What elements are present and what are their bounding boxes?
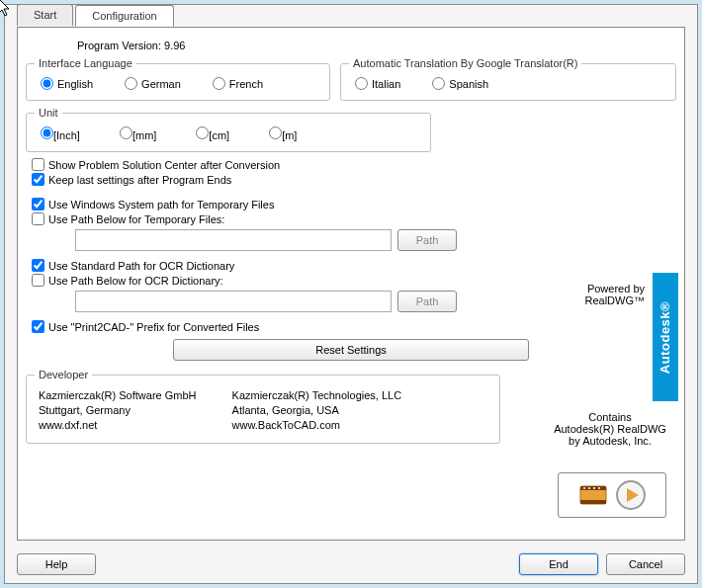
label-spanish: Spanish bbox=[449, 78, 488, 90]
radio-french[interactable]: French bbox=[213, 77, 263, 90]
temp-path-button[interactable]: Path bbox=[397, 229, 457, 251]
contains-l1: Contains bbox=[546, 411, 674, 423]
cancel-button[interactable]: Cancel bbox=[606, 553, 685, 575]
auto-translation-group: Automatic Translation By Google Translat… bbox=[340, 57, 676, 101]
contains-text: Contains Autodesk(R) RealDWG by Autodesk… bbox=[546, 411, 674, 447]
chk-problem-center[interactable] bbox=[32, 158, 44, 171]
radio-m[interactable]: [m] bbox=[269, 126, 297, 141]
help-button[interactable]: Help bbox=[17, 553, 96, 575]
label-stdocr: Use Standard Path for OCR Dictionary bbox=[48, 260, 234, 272]
chk-below-ocr[interactable] bbox=[32, 274, 44, 287]
powered-l2: RealDWG™ bbox=[584, 294, 645, 306]
radio-cm[interactable]: [cm] bbox=[196, 126, 229, 141]
dev-r3: www.BackToCAD.com bbox=[232, 418, 402, 433]
svg-point-6 bbox=[598, 487, 600, 489]
play-icon bbox=[615, 479, 647, 511]
svg-rect-2 bbox=[580, 500, 606, 504]
bottom-bar: Help End Cancel bbox=[17, 553, 685, 575]
dev-l2: Stuttgart, Germany bbox=[39, 403, 197, 418]
unit-legend: Unit bbox=[35, 107, 62, 119]
label-m: [m] bbox=[282, 129, 297, 141]
auto-legend: Automatic Translation By Google Translat… bbox=[349, 57, 581, 69]
temp-path-input[interactable] bbox=[75, 229, 392, 251]
label-wintmp: Use Windows System path for Temporary Fi… bbox=[48, 199, 274, 210]
label-belowtmp: Use Path Below for Temporary Files: bbox=[48, 213, 224, 225]
program-version: Program Version: 9.96 bbox=[77, 40, 676, 51]
label-inch: [Inch] bbox=[53, 129, 80, 141]
chk-prefix[interactable] bbox=[32, 320, 44, 333]
chk-std-ocr[interactable] bbox=[32, 259, 44, 272]
radio-inch[interactable]: [Inch] bbox=[41, 126, 80, 141]
label-belowocr: Use Path Below for OCR Dictionary: bbox=[48, 275, 223, 287]
svg-point-4 bbox=[588, 487, 590, 489]
powered-by: Powered by RealDWG™ bbox=[584, 283, 645, 306]
film-icon bbox=[577, 480, 609, 510]
dev-l3: www.dxf.net bbox=[39, 418, 197, 433]
label-mm: [mm] bbox=[132, 129, 156, 141]
label-german: German bbox=[141, 78, 181, 90]
dev-r2: Atlanta, Georgia, USA bbox=[232, 403, 402, 418]
reset-settings-button[interactable]: Reset Settings bbox=[173, 339, 529, 361]
developer-group: Developer Kazmierczak(R) Software GmbH S… bbox=[26, 369, 500, 444]
ocr-path-input[interactable] bbox=[75, 291, 392, 312]
chk-keep-settings[interactable] bbox=[32, 173, 44, 186]
label-italian: Italian bbox=[372, 78, 400, 90]
dev-legend: Developer bbox=[35, 369, 92, 380]
label-cm: [cm] bbox=[209, 129, 229, 141]
dev-l1: Kazmierczak(R) Software GmbH bbox=[39, 388, 197, 403]
lang-legend: Interface Language bbox=[35, 57, 136, 69]
content-panel: Program Version: 9.96 Interface Language… bbox=[17, 27, 685, 541]
svg-point-5 bbox=[593, 487, 595, 489]
autodesk-badge: Autodesk® bbox=[653, 273, 678, 401]
media-box[interactable] bbox=[558, 472, 666, 518]
autodesk-text: Autodesk® bbox=[658, 300, 673, 373]
svg-point-3 bbox=[583, 487, 585, 489]
chk-win-temp[interactable] bbox=[32, 198, 44, 210]
label-psc: Show Problem Solution Center after Conve… bbox=[48, 159, 280, 171]
label-french: French bbox=[229, 78, 263, 90]
radio-italian[interactable]: Italian bbox=[355, 77, 400, 90]
tab-start[interactable]: Start bbox=[17, 4, 73, 26]
radio-german[interactable]: German bbox=[125, 77, 181, 90]
contains-l3: by Autodesk, Inc. bbox=[546, 435, 674, 447]
radio-english[interactable]: English bbox=[41, 77, 93, 90]
tab-bar: Start Configuration bbox=[17, 4, 176, 26]
contains-l2: Autodesk(R) RealDWG bbox=[546, 423, 674, 435]
end-button[interactable]: End bbox=[519, 553, 598, 575]
unit-group: Unit [Inch] [mm] [cm] [m] bbox=[26, 107, 431, 152]
radio-spanish[interactable]: Spanish bbox=[432, 77, 488, 90]
config-window: Start Configuration Program Version: 9.9… bbox=[4, 4, 698, 584]
ocr-path-button[interactable]: Path bbox=[397, 291, 457, 312]
tab-configuration[interactable]: Configuration bbox=[75, 5, 173, 27]
interface-language-group: Interface Language English German French bbox=[26, 57, 330, 101]
powered-l1: Powered by bbox=[584, 283, 645, 294]
label-english: English bbox=[57, 78, 93, 90]
label-keep: Keep last settings after Program Ends bbox=[48, 174, 231, 186]
label-prefix: Use "Print2CAD-" Prefix for Converted Fi… bbox=[48, 321, 259, 333]
chk-below-temp[interactable] bbox=[32, 212, 44, 225]
radio-mm[interactable]: [mm] bbox=[120, 126, 156, 141]
dev-r1: Kazmierczak(R) Technologies, LLC bbox=[232, 388, 402, 403]
